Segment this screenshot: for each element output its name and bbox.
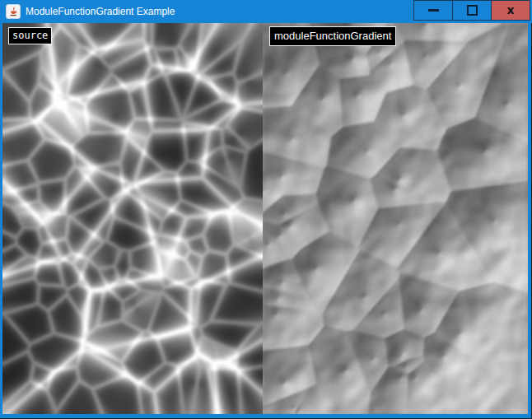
window-controls: x — [414, 0, 530, 21]
close-button[interactable]: x — [491, 0, 530, 21]
gradient-image-panel: moduleFunctionGradient — [263, 23, 528, 414]
content-area: source moduleFunctionGradient — [2, 23, 528, 414]
source-image-panel: source — [2, 23, 263, 414]
source-image — [2, 23, 263, 414]
java-coffee-cup-icon[interactable] — [6, 4, 21, 19]
close-icon: x — [506, 4, 514, 16]
gradient-image-label: moduleFunctionGradient — [269, 26, 396, 46]
maximize-button[interactable] — [452, 0, 492, 21]
titlebar[interactable]: ModuleFunctionGradient Example x — [0, 0, 532, 23]
minimize-button[interactable] — [413, 0, 453, 21]
module-function-gradient-image — [263, 23, 528, 414]
maximize-icon — [467, 5, 478, 16]
window-title: ModuleFunctionGradient Example — [26, 0, 175, 23]
source-image-label: source — [8, 27, 52, 44]
coffee-cup-glyph — [8, 7, 19, 17]
minimize-icon — [428, 9, 439, 12]
app-window: ModuleFunctionGradient Example x source … — [0, 0, 532, 419]
